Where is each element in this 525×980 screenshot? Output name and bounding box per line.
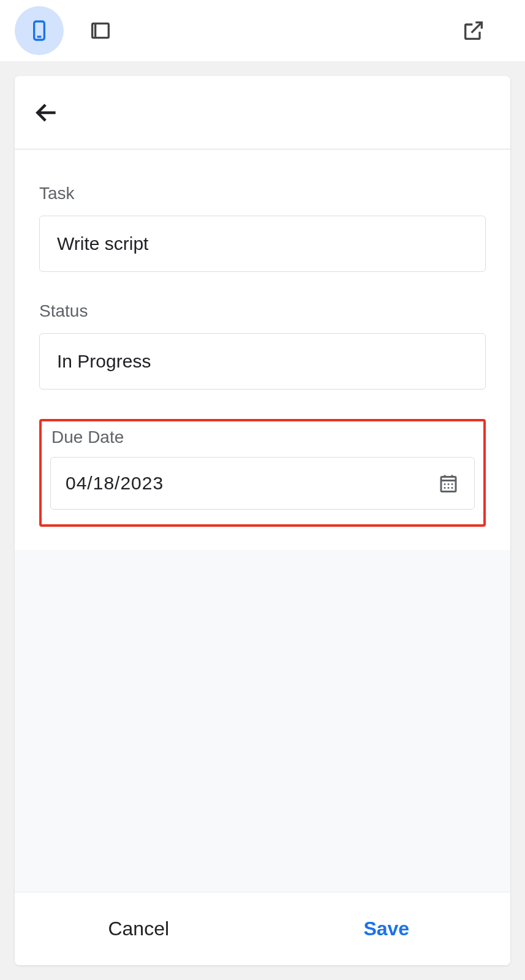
svg-point-12 xyxy=(451,483,453,485)
svg-point-10 xyxy=(444,483,446,485)
svg-point-14 xyxy=(448,487,450,489)
due-date-input[interactable]: 04/18/2023 xyxy=(50,457,475,510)
phone-icon xyxy=(27,18,51,43)
svg-line-4 xyxy=(472,23,482,33)
task-value: Write script xyxy=(57,233,468,254)
back-button[interactable] xyxy=(29,96,64,130)
top-toolbar xyxy=(0,0,525,61)
card-header xyxy=(15,76,510,149)
due-date-label: Due Date xyxy=(51,428,475,447)
task-input[interactable]: Write script xyxy=(39,216,486,272)
tablet-icon xyxy=(88,18,113,43)
status-input[interactable]: In Progress xyxy=(39,333,486,390)
save-button[interactable]: Save xyxy=(263,892,511,965)
form-card: Task Write script Status In Progress Due… xyxy=(15,76,510,965)
task-group: Task Write script xyxy=(39,184,486,272)
svg-point-11 xyxy=(448,483,450,485)
external-link-icon xyxy=(461,18,486,43)
svg-point-13 xyxy=(444,487,446,489)
status-value: In Progress xyxy=(57,351,468,372)
due-date-value: 04/18/2023 xyxy=(66,473,437,494)
task-label: Task xyxy=(39,184,486,203)
content-area: Task Write script Status In Progress Due… xyxy=(0,61,525,980)
form-filler xyxy=(15,550,510,892)
tablet-view-button[interactable] xyxy=(76,6,125,55)
due-date-highlight: Due Date 04/18/2023 xyxy=(39,419,486,527)
action-bar: Cancel Save xyxy=(15,892,510,965)
arrow-left-icon xyxy=(33,99,60,126)
calendar-icon[interactable] xyxy=(437,472,459,494)
form-body: Task Write script Status In Progress Due… xyxy=(15,149,510,550)
open-external-button[interactable] xyxy=(449,6,498,55)
svg-point-15 xyxy=(451,487,453,489)
cancel-button[interactable]: Cancel xyxy=(15,892,263,965)
status-group: Status In Progress xyxy=(39,301,486,390)
status-label: Status xyxy=(39,301,486,321)
mobile-view-button[interactable] xyxy=(15,6,64,55)
